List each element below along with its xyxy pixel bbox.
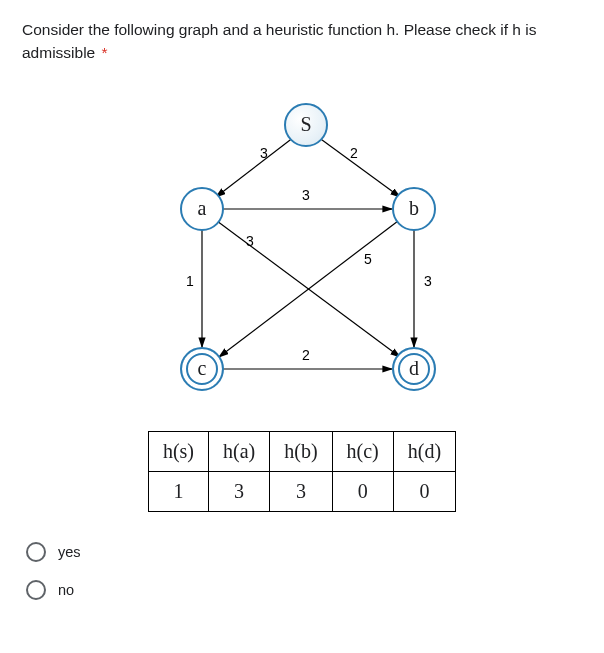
node-s: S <box>284 103 328 147</box>
edge-label-b-d: 3 <box>424 273 432 289</box>
required-asterisk: * <box>102 44 108 61</box>
table-value-hd: 0 <box>393 471 455 511</box>
edge-label-a-d: 3 <box>246 233 254 249</box>
table-value-hc: 0 <box>332 471 393 511</box>
option-no-label: no <box>58 582 74 598</box>
edge-label-b-c: 5 <box>364 251 372 267</box>
node-b-label: b <box>409 197 419 220</box>
heuristic-table: h(s) h(a) h(b) h(c) h(d) 1 3 3 0 0 <box>148 431 456 512</box>
edge-label-c-d: 2 <box>302 347 310 363</box>
node-s-label: S <box>300 113 311 136</box>
edge-label-s-a: 3 <box>260 145 268 161</box>
graph-diagram: S a b c d 3 2 3 3 5 1 3 2 <box>102 89 502 419</box>
node-a: a <box>180 187 224 231</box>
answer-options: yes no <box>22 542 582 600</box>
table-row: h(s) h(a) h(b) h(c) h(d) <box>148 431 455 471</box>
svg-line-0 <box>216 137 294 197</box>
table-value-hb: 3 <box>270 471 332 511</box>
table-header-hd: h(d) <box>393 431 455 471</box>
question-image: S a b c d 3 2 3 3 5 1 3 2 h(s) h(a) h(b)… <box>92 89 512 512</box>
option-yes-label: yes <box>58 544 81 560</box>
question-prompt: Consider the following graph and a heuri… <box>22 18 582 65</box>
table-header-hs: h(s) <box>148 431 208 471</box>
table-header-hb: h(b) <box>270 431 332 471</box>
table-header-hc: h(c) <box>332 431 393 471</box>
edge-label-a-b: 3 <box>302 187 310 203</box>
node-a-label: a <box>198 197 207 220</box>
option-yes[interactable]: yes <box>26 542 582 562</box>
table-header-ha: h(a) <box>209 431 270 471</box>
node-c: c <box>180 347 224 391</box>
question-text-content: Consider the following graph and a heuri… <box>22 21 536 61</box>
node-c-label: c <box>198 357 207 380</box>
radio-icon <box>26 580 46 600</box>
table-value-ha: 3 <box>209 471 270 511</box>
edge-label-s-b: 2 <box>350 145 358 161</box>
node-d: d <box>392 347 436 391</box>
table-value-hs: 1 <box>148 471 208 511</box>
node-d-label: d <box>409 357 419 380</box>
radio-icon <box>26 542 46 562</box>
node-b: b <box>392 187 436 231</box>
table-row: 1 3 3 0 0 <box>148 471 455 511</box>
option-no[interactable]: no <box>26 580 582 600</box>
edge-label-a-c: 1 <box>186 273 194 289</box>
svg-line-1 <box>318 137 400 197</box>
